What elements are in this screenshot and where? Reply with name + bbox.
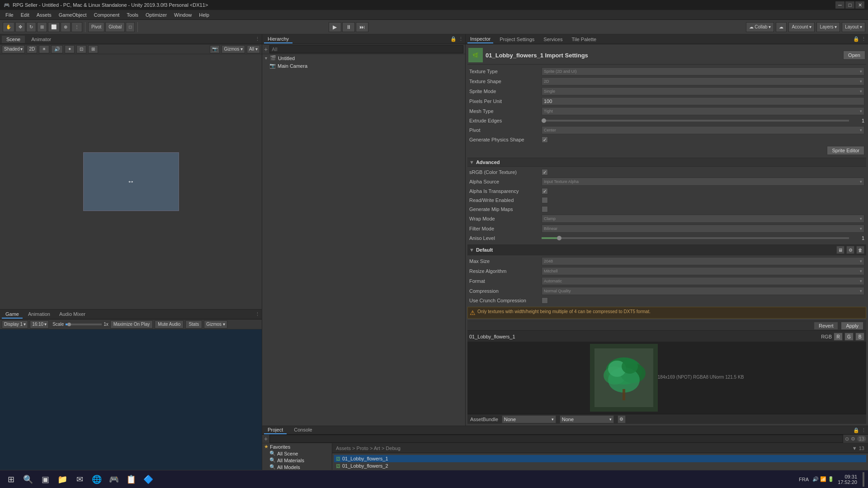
all-materials-item[interactable]: 🔍 All Materials bbox=[262, 457, 332, 464]
gizmos-dropdown[interactable]: Gizmos ▾ bbox=[222, 45, 245, 53]
minimize-button[interactable]: ─ bbox=[835, 1, 844, 9]
layout-button[interactable]: Layout ▾ bbox=[842, 22, 865, 32]
texture-type-dropdown[interactable]: Sprite (2D and UI) ▾ bbox=[542, 67, 864, 75]
extra-button[interactable]: □ bbox=[126, 22, 135, 32]
aniso-slider[interactable] bbox=[542, 237, 849, 239]
animation-tab[interactable]: Animation bbox=[24, 310, 54, 319]
move-tool-button[interactable]: ✥ bbox=[15, 22, 25, 32]
services-tab[interactable]: Services bbox=[541, 36, 565, 43]
hierarchy-search-input[interactable] bbox=[269, 45, 463, 53]
tile-palette-tab[interactable]: Tile Palette bbox=[569, 36, 599, 43]
wrap-mode-dropdown[interactable]: Clamp ▾ bbox=[542, 215, 864, 223]
advanced-section[interactable]: ▼ Advanced bbox=[467, 158, 866, 167]
2d-button[interactable]: 2D bbox=[27, 45, 37, 53]
sprite-editor-button[interactable]: Sprite Editor bbox=[827, 146, 864, 155]
menu-component[interactable]: Component bbox=[90, 11, 123, 19]
menu-help[interactable]: Help bbox=[195, 11, 213, 19]
mail-icon[interactable]: ✉ bbox=[72, 472, 87, 487]
scene-light-btn[interactable]: ☀ bbox=[39, 45, 49, 53]
scene-fx-btn[interactable]: ✦ bbox=[65, 45, 75, 53]
revert-button[interactable]: Revert bbox=[814, 322, 838, 330]
close-button[interactable]: ✕ bbox=[855, 1, 864, 9]
project-add-btn[interactable]: + bbox=[264, 435, 268, 442]
project-lock-icon[interactable]: 🔒 bbox=[853, 427, 859, 433]
format-dropdown[interactable]: Automatic ▾ bbox=[542, 277, 864, 285]
audio-mixer-tab[interactable]: Audio Mixer bbox=[56, 310, 89, 319]
hierarchy-lock-icon[interactable]: 🔒 bbox=[450, 36, 457, 42]
project-search-input[interactable] bbox=[269, 435, 843, 443]
mip-maps-checkbox[interactable] bbox=[542, 206, 548, 212]
cloud-button[interactable]: ☁ bbox=[776, 22, 787, 32]
account-button[interactable]: Account ▾ bbox=[788, 22, 815, 32]
hierarchy-menu-icon[interactable]: ⋮ bbox=[458, 36, 463, 42]
explorer-icon[interactable]: 📁 bbox=[55, 472, 70, 487]
r-channel-btn[interactable]: R bbox=[834, 333, 843, 341]
scale-tool-button[interactable]: ⊞ bbox=[37, 22, 47, 32]
menu-assets[interactable]: Assets bbox=[33, 11, 55, 19]
crunch-checkbox[interactable] bbox=[542, 297, 548, 304]
inspector-menu-icon[interactable]: ⋮ bbox=[861, 36, 866, 42]
pause-button[interactable]: ⏸ bbox=[342, 22, 355, 32]
g-channel-btn[interactable]: G bbox=[844, 333, 854, 341]
vs-icon[interactable]: 🔷 bbox=[141, 472, 156, 487]
code-icon[interactable]: 📋 bbox=[124, 472, 138, 487]
project-tab[interactable]: Project bbox=[264, 426, 287, 434]
readwrite-checkbox[interactable] bbox=[542, 197, 548, 203]
scene-tab[interactable]: Scene bbox=[2, 36, 25, 43]
maximize-on-play-btn[interactable]: Maximize On Play bbox=[110, 320, 153, 328]
stats-btn[interactable]: Stats bbox=[185, 320, 202, 328]
menu-window[interactable]: Window bbox=[170, 11, 195, 19]
pixels-per-unit-input[interactable] bbox=[542, 97, 864, 105]
srgb-checkbox[interactable]: ✓ bbox=[542, 169, 548, 175]
search-filter-icon[interactable]: ⊙ bbox=[845, 436, 849, 442]
play-button[interactable]: ▶ bbox=[329, 22, 341, 32]
custom-tool-button[interactable]: ⋮ bbox=[71, 22, 82, 32]
menu-gameobject[interactable]: GameObject bbox=[55, 11, 90, 19]
rect-tool-button[interactable]: ⬜ bbox=[48, 22, 60, 32]
inspector-settings-icon[interactable]: ⚙ bbox=[618, 415, 626, 423]
step-button[interactable]: ⏭ bbox=[356, 22, 368, 32]
pivot-dropdown[interactable]: Center ▾ bbox=[542, 126, 864, 134]
browser-icon[interactable]: 🌐 bbox=[90, 472, 104, 487]
console-tab[interactable]: Console bbox=[290, 426, 316, 434]
texture-shape-dropdown[interactable]: 2D ▾ bbox=[542, 77, 864, 85]
scene-toggle2-btn[interactable]: ⊞ bbox=[88, 45, 98, 53]
asset-bundle-value[interactable]: None ▾ bbox=[502, 415, 556, 423]
taskview-icon[interactable]: ▣ bbox=[38, 472, 52, 487]
scene-audio-btn[interactable]: 🔊 bbox=[51, 45, 63, 53]
collab-button[interactable]: ☁ Collab ▾ bbox=[746, 22, 774, 32]
apply-button[interactable]: Apply bbox=[841, 322, 863, 330]
maximize-button[interactable]: □ bbox=[845, 1, 854, 9]
filter-mode-dropdown[interactable]: Bilinear ▾ bbox=[542, 225, 864, 233]
sprite-mode-dropdown[interactable]: Single ▾ bbox=[542, 87, 864, 95]
game-tab[interactable]: Game bbox=[2, 310, 23, 319]
menu-tools[interactable]: Tools bbox=[123, 11, 142, 19]
global-button[interactable]: Global bbox=[105, 22, 125, 32]
resize-alg-dropdown[interactable]: Mitchell ▾ bbox=[542, 267, 864, 275]
file-01-lobby-flowers-1[interactable]: 🖼 01_Lobby_flowers_1 bbox=[334, 455, 866, 462]
project-settings-tab[interactable]: Project Settings bbox=[497, 36, 537, 43]
favorites-folder[interactable]: ★ Favorites bbox=[262, 443, 332, 450]
menu-edit[interactable]: Edit bbox=[17, 11, 33, 19]
menu-file[interactable]: File bbox=[2, 11, 17, 19]
mute-audio-btn[interactable]: Mute Audio bbox=[155, 320, 184, 328]
hierarchy-tab[interactable]: Hierarchy bbox=[264, 35, 292, 43]
asset-bundle-value2[interactable]: None ▾ bbox=[560, 415, 614, 423]
mesh-type-dropdown[interactable]: Tight ▾ bbox=[542, 107, 864, 115]
default-settings-icon[interactable]: ⚙ bbox=[846, 246, 854, 254]
extrude-edges-slider[interactable] bbox=[542, 120, 849, 122]
inspector-tab[interactable]: Inspector bbox=[467, 35, 493, 43]
scene-camera-dropdown[interactable]: 📷 bbox=[210, 45, 220, 53]
scroll-down-icon[interactable]: ▼ bbox=[852, 446, 857, 451]
compression-dropdown[interactable]: Normal Quality ▾ bbox=[542, 287, 864, 295]
transform-tool-button[interactable]: ⊕ bbox=[61, 22, 71, 32]
menu-optimizer[interactable]: Optimizer bbox=[142, 11, 170, 19]
scene-toggle1-btn[interactable]: ⊡ bbox=[76, 45, 86, 53]
open-button[interactable]: Open bbox=[843, 51, 865, 60]
layers-button[interactable]: Layers ▾ bbox=[816, 22, 840, 32]
display-dropdown[interactable]: Display 1 ▾ bbox=[2, 320, 28, 328]
search-taskbar-icon[interactable]: 🔍 bbox=[21, 472, 35, 487]
animator-tab[interactable]: Animator bbox=[27, 36, 56, 43]
project-menu-icon[interactable]: ⋮ bbox=[861, 427, 866, 433]
hand-tool-button[interactable]: ✋ bbox=[3, 22, 14, 32]
